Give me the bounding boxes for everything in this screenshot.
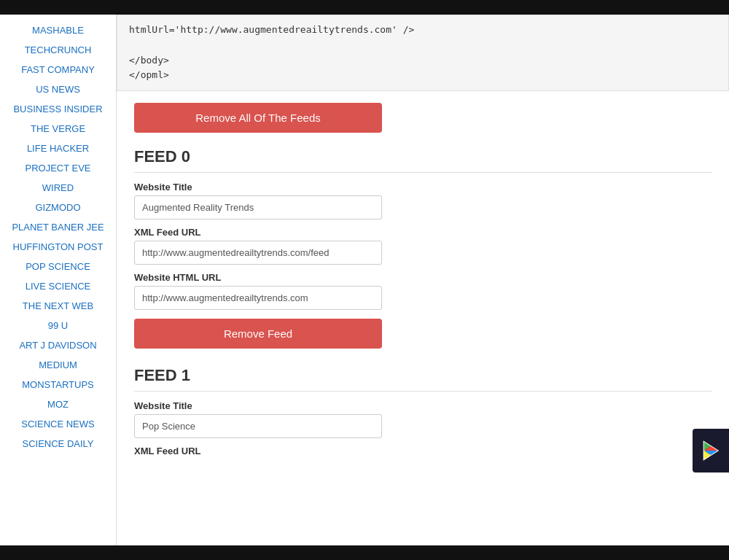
sidebar-item-business-insider[interactable]: BUSINESS INSIDER <box>0 99 116 119</box>
sidebar-item-project-eve[interactable]: PROJECT EVE <box>0 158 116 178</box>
sidebar: MASHABLE TECHCRUNCH FAST COMPANY US NEWS… <box>0 15 117 545</box>
feed-0-xml-feed-url-input[interactable] <box>134 241 382 265</box>
feed-1-title: FEED 1 <box>134 366 712 392</box>
play-store-badge[interactable] <box>693 429 729 472</box>
sidebar-item-wired[interactable]: WIRED <box>0 178 116 198</box>
remove-all-feeds-button[interactable]: Remove All Of The Feeds <box>134 103 382 133</box>
top-bar <box>0 0 729 15</box>
feed-1-website-title-input[interactable] <box>134 414 382 438</box>
sidebar-item-planet-baner-jee[interactable]: PLANET BANER JEE <box>0 217 116 237</box>
feed-0-section: FEED 0 Website Title XML Feed URL Websit… <box>134 147 712 349</box>
feed-0-website-title-label: Website Title <box>134 182 712 192</box>
sidebar-item-medium[interactable]: MEDIUM <box>0 355 116 375</box>
feed-0-website-title-input[interactable] <box>134 195 382 219</box>
feed-0-remove-feed-button[interactable]: Remove Feed <box>134 319 382 349</box>
play-store-icon <box>699 439 722 462</box>
sidebar-item-science-daily[interactable]: SCIENCE DAILY <box>0 434 116 454</box>
sidebar-item-fast-company[interactable]: FAST COMPANY <box>0 60 116 79</box>
sidebar-item-99u[interactable]: 99 U <box>0 316 116 335</box>
feed-0-html-url-input[interactable] <box>134 286 382 310</box>
code-line-1: htmlUrl='http://www.augmentedreailtytren… <box>129 23 717 38</box>
sidebar-item-live-science[interactable]: LIVE SCIENCE <box>0 276 116 296</box>
sidebar-item-the-verge[interactable]: THE VERGE <box>0 119 116 139</box>
sidebar-item-gizmodo[interactable]: GIZMODO <box>0 198 116 217</box>
sidebar-item-monstartups[interactable]: MONSTARTUPS <box>0 375 116 394</box>
feed-0-html-url-label: Website HTML URL <box>134 272 712 283</box>
sidebar-item-us-news[interactable]: US NEWS <box>0 79 116 99</box>
sidebar-item-life-hacker[interactable]: LIFE HACKER <box>0 139 116 158</box>
sidebar-item-science-news[interactable]: SCIENCE NEWS <box>0 414 116 434</box>
main-content: htmlUrl='http://www.augmentedreailtytren… <box>117 15 729 545</box>
sidebar-item-moz[interactable]: MOZ <box>0 394 116 414</box>
sidebar-item-techcrunch[interactable]: TECHCRUNCH <box>0 40 116 60</box>
code-line-3: </body> <box>129 53 717 69</box>
opml-code-block: htmlUrl='http://www.augmentedreailtytren… <box>117 15 729 91</box>
feed-1-section: FEED 1 Website Title XML Feed URL <box>134 366 712 456</box>
code-line-4: </opml> <box>129 68 717 83</box>
content-area: Remove All Of The Feeds FEED 0 Website T… <box>117 91 729 486</box>
sidebar-item-mashable[interactable]: MASHABLE <box>0 20 116 40</box>
sidebar-item-art-j-davidson[interactable]: ART J DAVIDSON <box>0 335 116 355</box>
feed-0-xml-url-label: XML Feed URL <box>134 227 712 238</box>
sidebar-item-pop-science[interactable]: POP SCIENCE <box>0 257 116 276</box>
sidebar-item-the-next-web[interactable]: THE NEXT WEB <box>0 296 116 316</box>
code-line-2 <box>129 38 717 53</box>
feed-0-title: FEED 0 <box>134 147 712 173</box>
bottom-bar <box>0 545 729 560</box>
feed-1-xml-url-label: XML Feed URL <box>134 446 712 456</box>
feed-1-website-title-label: Website Title <box>134 400 712 411</box>
sidebar-item-huffington-post[interactable]: HUFFINGTON POST <box>0 237 116 257</box>
